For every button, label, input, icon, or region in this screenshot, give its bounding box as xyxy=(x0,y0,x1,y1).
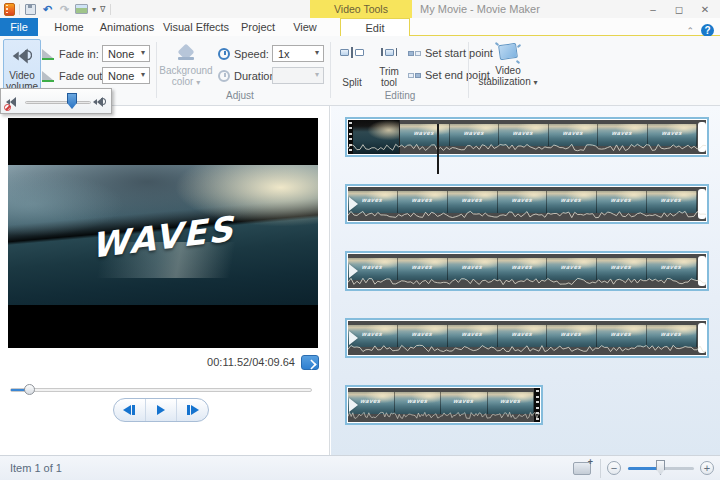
clip-thumbnail-label: waves xyxy=(487,398,534,404)
zoom-out-button[interactable]: − xyxy=(607,461,621,475)
thumbnail-size-icon[interactable] xyxy=(573,462,591,475)
seek-progress xyxy=(11,389,25,391)
clip-thumbnail-label: waves xyxy=(397,197,447,203)
loud-speaker-icon[interactable] xyxy=(93,96,106,108)
clip-thumbnail-label: waves xyxy=(497,331,547,337)
audio-waveform xyxy=(348,209,706,220)
audio-waveform xyxy=(348,276,706,287)
fade-out-value: None xyxy=(108,70,134,82)
close-button[interactable]: ✕ xyxy=(692,0,718,18)
group-separator xyxy=(468,42,469,98)
timeline-clip-row[interactable]: waveswaveswaveswaveswaveswaveswaves xyxy=(345,251,709,291)
tab-home[interactable]: Home xyxy=(44,18,94,36)
maximize-button[interactable]: ◻ xyxy=(666,0,692,18)
group-label-editing: Editing xyxy=(360,90,440,101)
title-bar: ↶ ↷ ▾ ᐁ Video Tools My Movie - Movie Mak… xyxy=(0,0,720,18)
zoom-slider-thumb[interactable] xyxy=(656,460,665,475)
snapshot-icon[interactable] xyxy=(75,3,88,16)
fullscreen-icon[interactable] xyxy=(301,355,319,370)
clip-thumbnail-label: waves xyxy=(647,264,697,270)
tab-animations[interactable]: Animations xyxy=(96,18,158,36)
zoom-in-button[interactable]: + xyxy=(700,461,714,475)
movie-maker-app-icon[interactable] xyxy=(4,3,15,16)
collapse-ribbon-icon[interactable]: ⌃ xyxy=(686,26,694,36)
tab-project[interactable]: Project xyxy=(234,18,282,36)
split-button[interactable]: Split xyxy=(334,39,370,88)
tab-file[interactable]: File xyxy=(0,18,38,36)
trim-label-1: Trim xyxy=(379,66,399,77)
volume-slider-popup xyxy=(0,88,112,114)
clip-thumbnail-label: waves xyxy=(597,264,647,270)
timeline-clip-row[interactable]: waveswaveswaveswaveswaveswaves xyxy=(345,117,709,157)
speed-label: Speed: xyxy=(234,48,269,60)
filmstrip: waveswaveswaveswaves xyxy=(348,388,540,422)
play-indicator-icon xyxy=(349,264,358,278)
storyboard-pane: waveswaveswaveswaveswaveswaves waveswave… xyxy=(331,106,720,455)
play-button[interactable] xyxy=(145,399,177,421)
group-separator xyxy=(156,42,157,98)
redo-icon[interactable]: ↷ xyxy=(58,3,71,16)
fade-in-dropdown[interactable]: None xyxy=(102,45,150,62)
seek-track[interactable] xyxy=(10,388,312,392)
background-color-label-2: color ▾ xyxy=(172,76,200,88)
paint-bucket-icon xyxy=(177,39,195,65)
clip-thumbnail-label: waves xyxy=(397,264,447,270)
fade-in-row: Fade in: xyxy=(42,45,99,63)
audio-waveform xyxy=(348,142,706,153)
clip-thumbnail-label: waves xyxy=(497,197,547,203)
previous-frame-button[interactable] xyxy=(114,399,145,421)
video-stabilization-button[interactable]: Video stabilization ▾ xyxy=(474,39,542,88)
fade-out-icon xyxy=(42,70,55,82)
audio-waveform xyxy=(348,410,540,421)
timeline-clip-row[interactable]: waveswaveswaveswaveswaveswaveswaves xyxy=(345,318,709,358)
clip-thumbnail-label: waves xyxy=(647,331,697,337)
clip-thumbnail-label: waves xyxy=(447,331,497,337)
fade-out-dropdown[interactable]: None xyxy=(102,67,150,84)
mute-speaker-icon[interactable] xyxy=(6,96,19,108)
playhead[interactable] xyxy=(437,124,439,174)
timeline-clip-row[interactable]: waveswaveswaveswaves xyxy=(345,385,543,425)
preview-pane: WAVES 00:11.52/04:09.64 xyxy=(0,106,330,455)
customize-qat-icon[interactable]: ᐁ xyxy=(100,5,105,14)
duration-dropdown[interactable] xyxy=(272,67,324,84)
seek-thumb[interactable] xyxy=(24,384,35,395)
clip-thumbnail-label: waves xyxy=(548,130,598,136)
clip-thumbnail-label: waves xyxy=(447,197,497,203)
timeline-clip-row[interactable]: waveswaveswaveswaveswaveswaveswaves xyxy=(345,184,709,224)
split-label: Split xyxy=(342,77,361,88)
snapshot-dropdown-icon[interactable]: ▾ xyxy=(92,5,96,14)
play-indicator-icon xyxy=(349,331,358,345)
audio-waveform xyxy=(348,343,706,354)
trim-label-2: tool xyxy=(381,77,397,88)
minimize-button[interactable]: – xyxy=(640,0,666,18)
clip-thumbnail-label: waves xyxy=(597,130,647,136)
tab-edit-active[interactable]: Edit xyxy=(340,18,410,36)
volume-slider-track[interactable] xyxy=(25,101,91,104)
background-color-button[interactable]: Background color ▾ xyxy=(158,39,214,88)
play-icon xyxy=(157,405,165,415)
split-icon xyxy=(340,39,364,65)
save-icon[interactable] xyxy=(24,3,37,16)
window-controls: – ◻ ✕ xyxy=(640,0,718,18)
filmstrip: waveswaveswaveswaveswaveswaveswaves xyxy=(348,321,706,355)
video-preview[interactable]: WAVES xyxy=(8,118,318,348)
clip-thumbnail-label: waves xyxy=(498,130,548,136)
group-label-adjust: Adjust xyxy=(200,90,280,101)
tab-view[interactable]: View xyxy=(284,18,326,36)
trim-tool-button[interactable]: Trim tool xyxy=(372,39,406,88)
filmstrip: waveswaveswaveswaveswaveswaveswaves xyxy=(348,187,706,221)
duration-row: Duration: xyxy=(218,67,279,85)
stabilization-label-1: Video xyxy=(495,65,520,76)
clip-thumbnail-label: waves xyxy=(647,130,697,136)
speed-icon xyxy=(218,48,230,60)
tab-visual-effects[interactable]: Visual Effects xyxy=(160,18,232,36)
clip-thumbnail-label: waves xyxy=(447,264,497,270)
set-end-point-icon xyxy=(408,73,421,78)
undo-icon[interactable]: ↶ xyxy=(41,3,54,16)
volume-slider-thumb[interactable] xyxy=(67,93,77,109)
next-frame-button[interactable] xyxy=(176,399,208,421)
speed-dropdown[interactable]: 1x xyxy=(272,45,324,62)
item-count-label: Item 1 of 1 xyxy=(10,462,62,474)
speed-value: 1x xyxy=(278,48,290,60)
speed-row: Speed: xyxy=(218,45,269,63)
